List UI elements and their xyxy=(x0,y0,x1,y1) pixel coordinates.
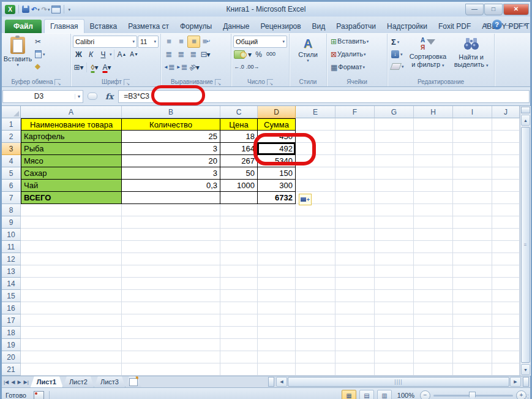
cell-F21[interactable] xyxy=(335,363,375,376)
cell-G2[interactable] xyxy=(375,131,414,143)
maximize-button[interactable]: □ xyxy=(484,4,503,15)
cell-B14[interactable] xyxy=(122,278,220,290)
row-header-21[interactable]: 21 xyxy=(2,363,21,376)
cell-G6[interactable] xyxy=(375,180,414,192)
cell-E11[interactable] xyxy=(296,241,335,253)
cell-E15[interactable] xyxy=(296,290,335,302)
workbook-close-icon[interactable]: ✕ xyxy=(523,21,528,28)
dialog-launcher-icon[interactable]: ↘ xyxy=(267,79,273,85)
cell-B12[interactable] xyxy=(122,253,220,265)
row-header-17[interactable]: 17 xyxy=(2,314,21,327)
insert-sheet-button[interactable] xyxy=(126,376,141,387)
next-sheet-icon[interactable]: ▶ xyxy=(17,379,21,385)
cell-A17[interactable] xyxy=(21,314,122,327)
row-header-3[interactable]: 3 xyxy=(2,143,21,155)
row-header-11[interactable]: 11 xyxy=(2,241,21,253)
cell-B3[interactable]: 3 xyxy=(122,143,220,155)
cell-J12[interactable] xyxy=(492,253,520,265)
cell-F12[interactable] xyxy=(335,253,375,265)
cell-I5[interactable] xyxy=(453,167,492,180)
copy-button[interactable]: ▾ xyxy=(33,48,47,59)
tab-view[interactable]: Вид xyxy=(307,20,331,33)
sheet-tab-2[interactable]: Лист2 xyxy=(63,376,94,387)
cell-B2[interactable]: 25 xyxy=(122,131,220,143)
cell-C1[interactable]: Цена xyxy=(220,118,258,131)
cell-F6[interactable] xyxy=(335,180,375,192)
cell-A8[interactable] xyxy=(21,204,122,216)
merge-center-button[interactable]: ⊟▾ xyxy=(200,49,211,60)
save-button[interactable] xyxy=(22,6,29,13)
cell-G9[interactable] xyxy=(375,216,414,229)
cell-H18[interactable] xyxy=(414,327,453,339)
cell-G16[interactable] xyxy=(375,302,414,314)
cell-H17[interactable] xyxy=(414,314,453,327)
zoom-slider-handle[interactable] xyxy=(469,392,476,399)
formula-bar-splitter[interactable] xyxy=(84,91,100,102)
cell-H10[interactable] xyxy=(414,229,453,241)
vertical-scrollbar[interactable]: ▲ ≡ ▼ xyxy=(520,106,531,376)
cell-I15[interactable] xyxy=(453,290,492,302)
tab-split-handle[interactable] xyxy=(523,377,529,387)
cell-C10[interactable] xyxy=(220,229,258,241)
cell-E2[interactable] xyxy=(296,131,335,143)
cell-G8[interactable] xyxy=(375,204,414,216)
cell-A1[interactable]: Наименование товара xyxy=(21,118,122,131)
cell-G14[interactable] xyxy=(375,278,414,290)
cell-E14[interactable] xyxy=(296,278,335,290)
cell-H13[interactable] xyxy=(414,265,453,278)
format-cells-button[interactable]: ▦Формат▾ xyxy=(329,61,385,74)
cell-F16[interactable] xyxy=(335,302,375,314)
cell-E21[interactable] xyxy=(296,363,335,376)
sort-filter-button[interactable]: АЯ Сортировкаи фильтр ▾ xyxy=(407,35,449,77)
cell-B13[interactable] xyxy=(122,265,220,278)
cell-C16[interactable] xyxy=(220,302,258,314)
cell-D18[interactable] xyxy=(258,327,296,339)
column-header-E[interactable]: E xyxy=(296,106,335,118)
bold-button[interactable]: Ж xyxy=(73,49,84,60)
cell-A5[interactable]: Сахар xyxy=(21,167,122,180)
cell-H12[interactable] xyxy=(414,253,453,265)
row-header-4[interactable]: 4 xyxy=(2,155,21,167)
sheet-tab-3[interactable]: Лист3 xyxy=(94,376,126,387)
row-header-20[interactable]: 20 xyxy=(2,351,21,363)
cell-I18[interactable] xyxy=(453,327,492,339)
cell-G1[interactable] xyxy=(375,118,414,131)
row-header-13[interactable]: 13 xyxy=(2,265,21,278)
redo-button[interactable]: ↷▾ xyxy=(42,6,50,13)
cell-A7[interactable]: ВСЕГО xyxy=(21,192,122,204)
cell-C8[interactable] xyxy=(220,204,258,216)
row-header-19[interactable]: 19 xyxy=(2,339,21,351)
cell-D8[interactable] xyxy=(258,204,296,216)
cell-D12[interactable] xyxy=(258,253,296,265)
cell-G5[interactable] xyxy=(375,167,414,180)
cell-H11[interactable] xyxy=(414,241,453,253)
page-break-view-button[interactable]: ▥ xyxy=(377,390,392,399)
cell-F2[interactable] xyxy=(335,131,375,143)
cell-C5[interactable]: 50 xyxy=(220,167,258,180)
cell-E18[interactable] xyxy=(296,327,335,339)
column-header-F[interactable]: F xyxy=(335,106,375,118)
cell-D1[interactable]: Сумма xyxy=(258,118,296,131)
cell-I14[interactable] xyxy=(453,278,492,290)
cell-G12[interactable] xyxy=(375,253,414,265)
cell-G21[interactable] xyxy=(375,363,414,376)
cell-A21[interactable] xyxy=(21,363,122,376)
cell-D10[interactable] xyxy=(258,229,296,241)
cell-I20[interactable] xyxy=(453,351,492,363)
cell-C7[interactable] xyxy=(220,192,258,204)
prev-sheet-icon[interactable]: ◀ xyxy=(11,379,15,385)
cell-I8[interactable] xyxy=(453,204,492,216)
tab-insert[interactable]: Вставка xyxy=(84,20,123,33)
normal-view-button[interactable]: ▦ xyxy=(342,390,356,399)
cell-J18[interactable] xyxy=(492,327,520,339)
cell-I3[interactable] xyxy=(453,143,492,155)
column-header-A[interactable]: A xyxy=(21,106,122,118)
wrap-text-button[interactable]: ≡↵ xyxy=(201,36,212,47)
autosum-button[interactable]: Σ▾ xyxy=(389,36,406,47)
column-header-I[interactable]: I xyxy=(453,106,492,118)
cell-H4[interactable] xyxy=(414,155,453,167)
cell-C14[interactable] xyxy=(220,278,258,290)
cell-H19[interactable] xyxy=(414,339,453,351)
cell-B10[interactable] xyxy=(122,229,220,241)
horizontal-scrollbar[interactable]: ◀ |||| ▶ xyxy=(275,377,522,387)
